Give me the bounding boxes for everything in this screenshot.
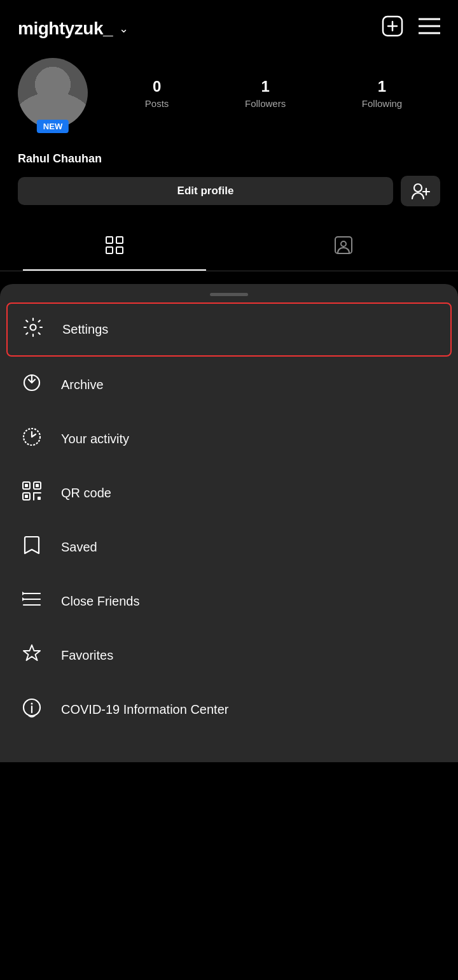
- tagged-icon: [334, 236, 353, 259]
- profile-section: NEW 0 Posts 1 Followers 1 Following: [0, 52, 458, 141]
- hamburger-menu-icon[interactable]: [419, 17, 440, 39]
- activity-icon: [20, 426, 43, 452]
- menu-item-favorites[interactable]: Favorites: [0, 628, 458, 683]
- menu-item-close-friends[interactable]: Close Friends: [0, 574, 458, 628]
- svg-rect-10: [116, 237, 123, 243]
- add-person-button[interactable]: [401, 176, 440, 206]
- menu-item-settings[interactable]: Settings: [6, 302, 452, 357]
- svg-rect-23: [25, 495, 28, 498]
- grid-icon: [105, 236, 124, 259]
- posts-stat[interactable]: 0 Posts: [145, 78, 169, 109]
- svg-point-6: [414, 184, 422, 192]
- stats-container: 0 Posts 1 Followers 1 Following: [107, 78, 440, 109]
- qr-code-icon: [20, 480, 43, 506]
- svg-point-15: [31, 325, 36, 330]
- following-label: Following: [362, 98, 402, 109]
- following-stat[interactable]: 1 Following: [362, 78, 402, 109]
- activity-label: Your activity: [61, 432, 129, 446]
- close-friends-label: Close Friends: [61, 594, 139, 609]
- tab-grid[interactable]: [0, 224, 229, 271]
- saved-label: Saved: [61, 540, 97, 555]
- saved-icon: [20, 534, 43, 560]
- bottom-sheet: Settings Archive Your activity: [0, 284, 458, 762]
- followers-label: Followers: [245, 98, 286, 109]
- action-buttons: Edit profile: [0, 176, 458, 224]
- username[interactable]: mightyzuk_: [18, 18, 113, 39]
- menu-item-archive[interactable]: Archive: [0, 358, 458, 412]
- avatar[interactable]: [18, 58, 88, 128]
- followers-stat[interactable]: 1 Followers: [245, 78, 286, 109]
- posts-label: Posts: [145, 98, 169, 109]
- tab-tagged[interactable]: [229, 224, 458, 271]
- svg-rect-11: [106, 247, 113, 253]
- svg-marker-31: [22, 597, 25, 601]
- svg-rect-22: [36, 484, 39, 487]
- svg-point-14: [341, 241, 346, 246]
- new-badge: NEW: [37, 120, 69, 133]
- header: mightyzuk_ ⌄: [0, 0, 458, 52]
- profile-name-section: Rahul Chauhan: [0, 141, 458, 176]
- svg-rect-12: [116, 247, 123, 253]
- archive-icon: [20, 372, 43, 398]
- settings-icon: [22, 316, 45, 343]
- followers-count: 1: [261, 78, 269, 96]
- header-left: mightyzuk_ ⌄: [18, 18, 128, 39]
- add-post-icon[interactable]: [382, 15, 403, 41]
- avatar-container: NEW: [18, 58, 88, 128]
- svg-marker-30: [22, 592, 25, 595]
- menu-item-covid[interactable]: COVID-19 Information Center: [0, 683, 458, 737]
- settings-label: Settings: [62, 322, 108, 337]
- tabs-section: [0, 224, 458, 271]
- posts-count: 0: [153, 78, 161, 96]
- svg-rect-9: [106, 237, 113, 243]
- svg-rect-26: [38, 497, 41, 500]
- profile-name: Rahul Chauhan: [18, 152, 102, 165]
- favorites-label: Favorites: [61, 648, 113, 663]
- svg-rect-21: [25, 484, 28, 487]
- menu-item-qr-code[interactable]: QR code: [0, 466, 458, 520]
- favorites-icon: [20, 643, 43, 669]
- avatar-image: [18, 58, 88, 128]
- following-count: 1: [378, 78, 386, 96]
- menu-item-saved[interactable]: Saved: [0, 520, 458, 574]
- edit-profile-button[interactable]: Edit profile: [18, 177, 393, 205]
- drag-handle: [0, 284, 458, 301]
- drag-handle-bar: [210, 293, 248, 296]
- menu-item-your-activity[interactable]: Your activity: [0, 412, 458, 466]
- header-right: [382, 15, 440, 41]
- archive-label: Archive: [61, 378, 104, 392]
- svg-marker-32: [24, 645, 40, 660]
- chevron-down-icon[interactable]: ⌄: [119, 22, 128, 36]
- covid-icon: [20, 697, 43, 723]
- svg-point-34: [31, 703, 33, 705]
- covid-label: COVID-19 Information Center: [61, 702, 228, 717]
- qr-code-label: QR code: [61, 486, 111, 501]
- close-friends-icon: [20, 588, 43, 614]
